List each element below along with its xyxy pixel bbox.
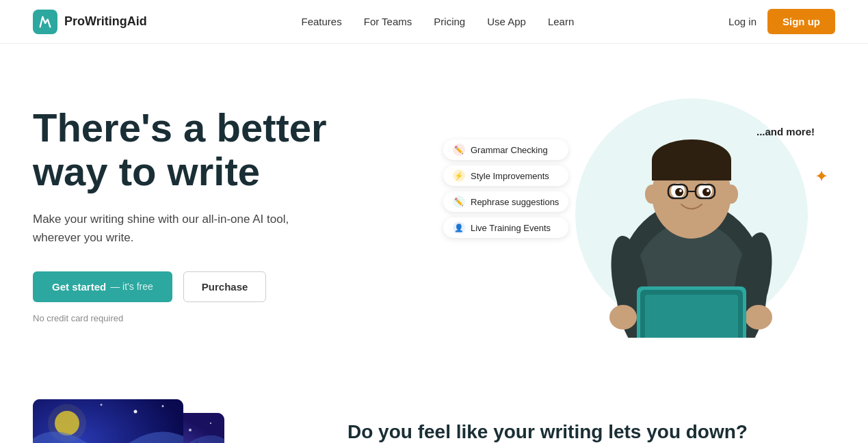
star-icon: ✦ [815,167,828,186]
brand-logo[interactable]: ProWritingAid [33,10,147,34]
nav-item-for-teams[interactable]: For Teams [364,16,412,27]
nav-item-use-app[interactable]: Use App [487,16,526,27]
svg-point-10 [675,188,683,196]
feature-tag-style: ⚡ Style Improvements [443,165,568,186]
hero-left: There's a better way to write Make your … [33,106,430,323]
section-two-images: My idea in my head [33,399,306,443]
feature-tags: ✏️ Grammar Checking ⚡ Style Improvements… [443,139,568,238]
hero-illustration: ✏️ Grammar Checking ⚡ Style Improvements… [430,85,835,345]
svg-point-11 [702,188,711,196]
svg-point-36 [162,405,164,407]
image-cards: My idea in my head [33,399,265,443]
logo-icon [33,10,57,34]
section-two: My idea in my head Do you feel like your… [0,372,868,443]
grammar-icon: ✏️ [453,144,465,156]
nav-item-pricing[interactable]: Pricing [434,16,465,27]
hero-subtitle: Make your writing shine with our all-in-… [33,210,320,247]
image-card-front: My idea in my head [33,399,183,443]
svg-rect-23 [645,295,738,338]
nav-actions: Log in Sign up [728,9,835,34]
navbar: ProWritingAid Features For Teams Pricing… [0,0,868,44]
nav-links: Features For Teams Pricing Use App Learn [302,16,575,28]
person-illustration [582,85,801,338]
svg-point-7 [724,185,738,204]
feature-tag-training: 👤 Live Training Events [443,217,568,238]
brand-name: ProWritingAid [64,14,147,29]
hero-title: There's a better way to write [33,106,430,193]
and-more-label: ...and more! [757,126,815,137]
login-button[interactable]: Log in [728,16,757,27]
nav-item-features[interactable]: Features [302,16,342,27]
purchase-button[interactable]: Purchase [183,271,267,302]
svg-point-37 [101,404,103,406]
hero-buttons: Get started — it's free Purchase [33,271,430,302]
hero-section: There's a better way to write Make your … [0,44,868,372]
section-two-title: Do you feel like your writing lets you d… [347,420,835,443]
svg-point-19 [609,305,637,330]
no-credit-text: No credit card required [33,313,430,323]
rephrase-icon: ✏️ [453,196,465,208]
feature-tag-grammar: ✏️ Grammar Checking [443,139,568,160]
signup-button[interactable]: Sign up [767,9,835,34]
svg-point-20 [745,305,772,330]
svg-rect-5 [652,160,731,180]
svg-point-12 [679,189,682,192]
nav-item-learn[interactable]: Learn [548,16,574,27]
training-icon: 👤 [453,222,465,234]
free-label: — it's free [110,281,153,292]
svg-point-6 [645,185,659,204]
feature-tag-rephrase: ✏️ Rephrase suggestions [443,191,568,212]
svg-point-35 [134,410,137,414]
svg-point-29 [189,429,192,431]
svg-point-30 [210,422,211,424]
get-started-button[interactable]: Get started — it's free [33,271,172,302]
style-icon: ⚡ [453,170,465,182]
svg-point-13 [707,189,709,192]
section-two-text: Do you feel like your writing lets you d… [347,399,835,443]
